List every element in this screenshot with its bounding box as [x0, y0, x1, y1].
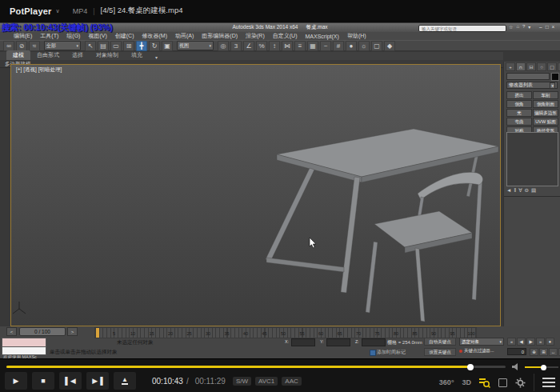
menu-item[interactable]: 图形编辑器(D)	[198, 32, 242, 40]
seekbar[interactable]	[6, 366, 506, 368]
video-area[interactable]: 搜索: 00:10:43(关键帧) (93%) Autodesk 3ds Max…	[0, 22, 560, 358]
ribbon-overflow-icon[interactable]: ▾	[155, 54, 158, 60]
modify-tab[interactable]: ∩	[516, 62, 526, 71]
ribbon-tab[interactable]: 对象绘制	[90, 50, 125, 60]
snap-toggle-icon[interactable]: 3	[230, 41, 242, 51]
modifier-button[interactable]: 编辑多边形	[533, 109, 558, 117]
object-color-swatch[interactable]	[551, 73, 559, 81]
prev-frame-arrow[interactable]: <	[6, 327, 17, 336]
percent-snap-icon[interactable]: %	[256, 41, 267, 51]
modifier-button[interactable]: 弯曲	[506, 118, 532, 126]
seekbar-knob[interactable]	[467, 364, 474, 370]
prev-frame-button[interactable]: ◀	[517, 338, 526, 346]
prev-file-button[interactable]: ▌◀	[59, 372, 82, 390]
y-coordinate-field[interactable]	[326, 338, 350, 346]
use-pivot-center-icon[interactable]: ◎	[218, 41, 229, 51]
menu-item[interactable]: 创建(C)	[111, 32, 138, 40]
mirror-icon[interactable]: ⋈	[282, 41, 293, 51]
modifier-button[interactable]: 倒角剖面	[533, 100, 558, 108]
goto-start-button[interactable]: «	[507, 338, 516, 346]
select-and-scale-icon[interactable]: ▣	[162, 41, 173, 51]
ribbon-tab[interactable]: 选择	[66, 50, 90, 60]
selection-filter-dropdown[interactable]: 全部▾	[44, 41, 81, 50]
spinner-snap-icon[interactable]: ↕	[269, 41, 280, 51]
goto-end-button[interactable]: »	[536, 338, 545, 346]
play-button[interactable]: ▶	[5, 372, 27, 390]
configure-modifier-sets-icon[interactable]: ▤	[531, 187, 536, 194]
playlist-toggle-button[interactable]	[542, 378, 555, 387]
select-and-rotate-icon[interactable]: ↻	[149, 41, 160, 51]
modifier-list-dropdown[interactable]: 修改器列表 ▾	[506, 82, 558, 89]
zoom-extents-icon[interactable]: ⊞	[539, 348, 548, 356]
next-file-button[interactable]: ▶▐	[86, 372, 109, 390]
menu-item[interactable]: 帮助(H)	[343, 32, 370, 40]
schematic-view-icon[interactable]: #	[333, 41, 344, 51]
key-mode-dropdown[interactable]: 选定对象▾	[459, 338, 504, 346]
chevron-down-icon[interactable]: ∨	[56, 8, 60, 14]
help-icon[interactable]: ?	[522, 24, 525, 30]
window-crossing-icon[interactable]: ⊞	[123, 41, 134, 51]
show-end-result-icon[interactable]: ‖	[514, 187, 516, 194]
remove-modifier-icon[interactable]: ⊖	[525, 187, 529, 194]
frame-capture-icon[interactable]	[498, 378, 507, 387]
menu-item[interactable]: 修改器(M)	[138, 32, 171, 40]
modifier-stack-list[interactable]	[506, 132, 558, 186]
maximize-button[interactable]: □	[546, 24, 549, 30]
rendered-frame-icon[interactable]: ▢	[371, 41, 382, 51]
select-and-move-icon[interactable]: ╋	[136, 41, 147, 51]
reference-coordinate-dropdown[interactable]: 视图▾	[177, 41, 214, 50]
z-coordinate-field[interactable]	[362, 338, 386, 346]
viewport-label[interactable]: [+] [透视] [明暗处理]	[16, 66, 62, 74]
bind-to-spacewarp-icon[interactable]: ≈	[29, 41, 40, 51]
ribbon-tab[interactable]: 自由形式	[30, 50, 66, 60]
menu-item[interactable]: MAXScript(X)	[301, 34, 342, 39]
hierarchy-tab[interactable]: ⊟	[526, 62, 536, 71]
make-unique-icon[interactable]: ∀	[518, 187, 522, 194]
render-icon[interactable]: ◆	[384, 41, 395, 51]
curve-editor-icon[interactable]: ~	[320, 41, 331, 51]
menu-item[interactable]: 渲染(R)	[242, 32, 269, 40]
current-frame-marker[interactable]	[96, 328, 99, 338]
add-time-tag[interactable]: 添加时间标记	[377, 349, 406, 356]
next-frame-arrow[interactable]: >	[67, 327, 78, 336]
current-frame-field[interactable]: 0	[507, 348, 526, 355]
pan-icon[interactable]: ↔	[549, 348, 558, 356]
stop-button[interactable]: ■	[32, 372, 54, 390]
modifier-button[interactable]: UVW 贴图	[533, 118, 558, 126]
potplayer-menu-button[interactable]: PotPlayer	[10, 6, 52, 16]
layer-manager-icon[interactable]: ▦	[307, 41, 318, 51]
open-file-button[interactable]: ▲	[114, 372, 136, 390]
motion-tab[interactable]: ○	[537, 62, 546, 71]
select-by-name-icon[interactable]: ▤	[98, 41, 109, 51]
settings-gear-icon[interactable]	[515, 378, 526, 388]
menu-item[interactable]: 自定义(U)	[269, 32, 302, 40]
volume-slider[interactable]	[525, 366, 558, 368]
create-tab[interactable]: +	[506, 62, 515, 71]
volume-icon[interactable]	[511, 362, 521, 371]
object-name-field[interactable]	[506, 73, 550, 80]
x-coordinate-field[interactable]	[291, 338, 315, 346]
modifier-button[interactable]: 壳	[506, 109, 532, 117]
close-button[interactable]: ×	[552, 24, 555, 30]
pin-stack-icon[interactable]: ◄	[506, 187, 511, 194]
angle-snap-icon[interactable]: ∠	[243, 41, 254, 51]
rectangular-selection-icon[interactable]: ▭	[110, 41, 122, 51]
select-object-icon[interactable]: ↖	[85, 41, 96, 51]
3d-button[interactable]: 3D	[462, 378, 471, 386]
modifier-button[interactable]: 倒角	[506, 100, 532, 108]
menu-item[interactable]: 动画(A)	[171, 32, 198, 40]
modifier-button[interactable]: 车削	[533, 91, 558, 99]
volume-knob[interactable]	[541, 365, 546, 370]
modifier-button[interactable]: 挤出	[506, 91, 532, 99]
zoom-icon[interactable]: ⊕	[530, 348, 538, 356]
play-animation-button[interactable]: ▶	[526, 338, 535, 346]
material-editor-icon[interactable]: ●	[346, 41, 357, 51]
unlink-selection-icon[interactable]: ⊘	[16, 41, 27, 51]
star-icon[interactable]: ☆	[509, 24, 513, 30]
perspective-viewport[interactable]: [+] [透视] [明暗处理]	[10, 64, 501, 326]
render-setup-icon[interactable]: ☼	[358, 41, 370, 51]
select-and-link-icon[interactable]: ∞	[3, 41, 14, 51]
align-icon[interactable]: ≡	[294, 41, 306, 51]
auto-key-button[interactable]: 自动关键点	[424, 338, 456, 346]
ribbon-tab[interactable]: 建模	[6, 50, 30, 60]
